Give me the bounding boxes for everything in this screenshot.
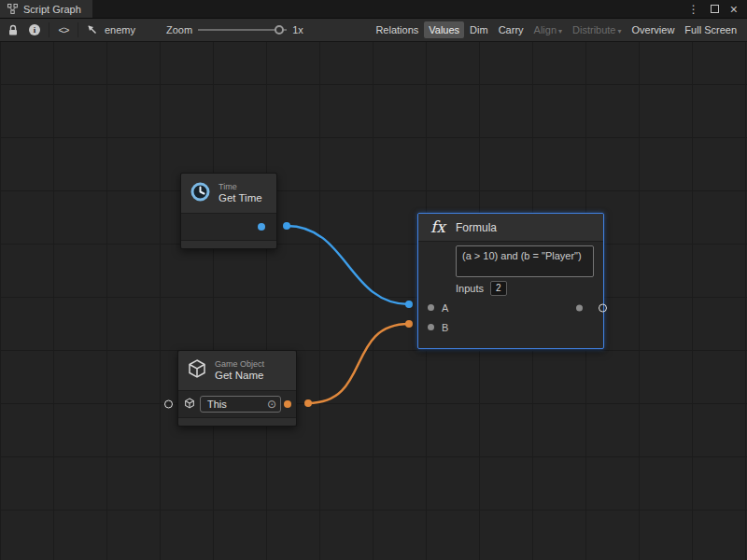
formula-output-port[interactable] (576, 304, 583, 311)
wire-get-time-to-formula-a[interactable] (287, 226, 409, 304)
zoom-slider-track (198, 29, 287, 31)
object-picker-icon[interactable]: ⊙ (267, 399, 276, 410)
graph-name-label: enemy (105, 24, 135, 35)
node-title-label: Get Time (218, 192, 262, 205)
node-formula[interactable]: fx Formula (a > 10) and (b = "Player") I… (417, 213, 604, 349)
formula-port-row-a: A (428, 298, 594, 317)
window-menu-icon[interactable]: ⋮ (688, 3, 699, 16)
formula-port-row-b: B (428, 317, 594, 337)
distribute-dropdown-button: Distribute▾ (568, 21, 626, 38)
node-category-label: Time (218, 182, 262, 192)
values-button[interactable]: Values (424, 21, 464, 38)
code-view-icon[interactable]: <> (56, 22, 71, 37)
get-time-output-port[interactable] (258, 223, 265, 231)
titlebar: Script Graph ⋮ × (0, 0, 747, 19)
tab-title: Script Graph (23, 4, 81, 15)
wires-layer (0, 42, 747, 560)
wire-endpoint-orange[interactable] (405, 320, 413, 328)
node-title-label: Formula (456, 221, 497, 234)
get-name-output-port[interactable] (284, 400, 291, 408)
chevron-down-icon: ▾ (558, 27, 562, 35)
game-object-field-value: This (207, 399, 227, 410)
node-get-time[interactable]: Time Get Time (180, 173, 277, 249)
zoom-slider[interactable] (198, 23, 287, 36)
info-icon[interactable]: i (27, 22, 42, 37)
dim-button[interactable]: Dim (465, 21, 493, 38)
formula-input-port-b[interactable] (428, 324, 434, 330)
zoom-control: Zoom 1x (166, 23, 303, 36)
close-icon[interactable]: × (730, 3, 738, 16)
chevron-down-icon: ▾ (618, 27, 622, 35)
wire-endpoint-blue[interactable] (405, 301, 413, 308)
toolbar-buttons: Relations Values Dim Carry Align▾ Distri… (371, 21, 741, 38)
maximize-icon[interactable] (711, 5, 719, 13)
port-b-label: B (442, 322, 448, 333)
node-category-label: Game Object (215, 359, 264, 370)
graph-canvas[interactable]: Time Get Time fx Formula (a > 10) and (b… (0, 42, 747, 560)
zoom-slider-handle[interactable] (275, 25, 284, 35)
toolbar: i <> enemy Zoom 1x Relations (0, 19, 747, 42)
carry-button[interactable]: Carry (494, 21, 529, 38)
inputs-label: Inputs (456, 283, 484, 294)
node-footer (178, 417, 296, 426)
zoom-label: Zoom (166, 24, 192, 35)
formula-inputs-row: Inputs 2 (456, 281, 594, 296)
script-graph-window: Script Graph ⋮ × i <> (0, 0, 747, 560)
cube-mini-icon (184, 396, 195, 413)
pointer-icon (85, 22, 100, 37)
wire-endpoint-orange[interactable] (304, 399, 312, 407)
node-get-name-header[interactable]: Game Object Get Name (178, 351, 296, 391)
align-dropdown-button: Align▾ (529, 21, 567, 38)
game-object-field[interactable]: This ⊙ (200, 396, 281, 413)
formula-input-port-a[interactable] (428, 304, 434, 311)
toolbar-separator (49, 22, 49, 37)
wire-get-name-to-formula-b[interactable] (308, 324, 409, 403)
toolbar-separator (78, 22, 78, 37)
get-name-input-port-ring[interactable] (164, 400, 173, 409)
lock-icon[interactable] (6, 22, 21, 37)
node-get-time-header[interactable]: Time Get Time (181, 174, 276, 214)
overview-button[interactable]: Overview (627, 21, 680, 38)
formula-output-port-ring[interactable] (599, 303, 607, 312)
node-formula-header[interactable]: fx Formula (418, 214, 603, 242)
node-get-name[interactable]: Game Object Get Name This ⊙ (177, 350, 297, 427)
wire-endpoint-blue[interactable] (283, 222, 290, 230)
zoom-value-label: 1x (292, 24, 303, 35)
formula-expression-input[interactable]: (a > 10) and (b = "Player") (456, 245, 594, 277)
cube-icon (187, 358, 207, 383)
full-screen-button[interactable]: Full Screen (680, 21, 741, 38)
formula-fx-icon: fx (428, 219, 448, 235)
graph-reference[interactable]: enemy (85, 22, 135, 37)
get-name-target-row: This ⊙ (178, 391, 296, 417)
relations-button[interactable]: Relations (371, 21, 423, 38)
node-footer (181, 240, 276, 248)
node-formula-body: (a > 10) and (b = "Player") Inputs 2 A B (418, 242, 603, 348)
get-time-output-row (181, 214, 276, 240)
window-controls: ⋮ × (688, 0, 747, 18)
tab-script-graph[interactable]: Script Graph (0, 0, 92, 18)
node-title-label: Get Name (215, 370, 264, 383)
port-a-label: A (442, 302, 448, 314)
clock-icon (190, 181, 211, 206)
graph-icon (7, 4, 18, 14)
formula-inputs-count-field[interactable]: 2 (490, 281, 507, 296)
